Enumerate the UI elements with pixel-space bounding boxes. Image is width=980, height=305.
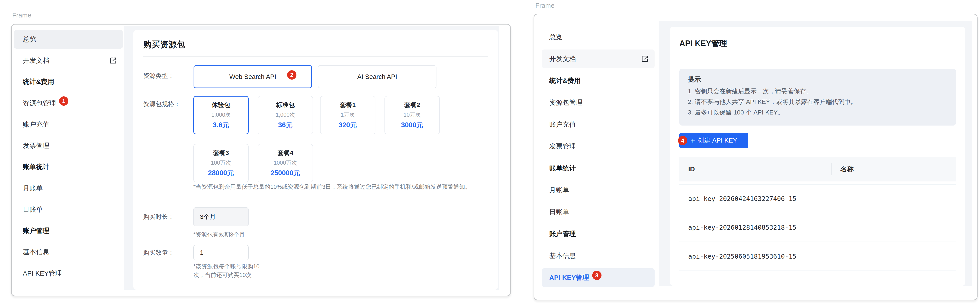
page: Frame 总览 开发文档 统计&费用 资源包管理 1 账户充值 发票管理 账单…: [0, 0, 980, 305]
buy-resource-package-card: 购买资源包 资源类型： Web Search API 2 AI Search A…: [134, 30, 498, 290]
spec-count: 100万次: [211, 159, 231, 167]
spec-card-plan4[interactable]: 套餐4 1000万次 250000元: [258, 144, 313, 182]
spec-name: 套餐1: [340, 101, 356, 109]
duration-note: *资源包有效期3个月: [193, 230, 326, 239]
tips-item-3: 3. 最多可以保留 100 个 API KEY。: [688, 107, 948, 118]
spec-price: 3000元: [401, 121, 423, 130]
sidebar-item-label: 账户充值: [549, 120, 576, 129]
step-badge-1: 1: [59, 96, 68, 106]
sidebar-item-label: 总览: [23, 35, 36, 44]
column-header-name: 名称: [832, 165, 854, 174]
sidebar-item-recharge[interactable]: 账户充值: [14, 115, 123, 134]
spec-count: 1万次: [340, 111, 355, 119]
sidebar-item-basic-info[interactable]: 基本信息: [14, 243, 123, 261]
spec-price: 36元: [278, 121, 293, 130]
spec-warning-note: *当资源包剩余用量低于总量的10%或资源包到期前3日，系统将通过您已绑定的手机和…: [193, 182, 472, 191]
sidebar-item-resource-packages[interactable]: 资源包管理 1: [14, 94, 123, 113]
spec-card-plan3[interactable]: 套餐3 100万次 28000元: [193, 144, 249, 182]
sidebar-item-label: 日账单: [23, 205, 43, 214]
sidebar-item-label: 开发文档: [23, 56, 49, 65]
spec-price: 250000元: [270, 168, 300, 178]
sidebar-item-api-key[interactable]: API KEY管理: [14, 264, 123, 283]
tips-title: 提示: [688, 75, 948, 84]
table-row: api-key-20260424163227406-15: [679, 184, 956, 213]
type-option-ai-search[interactable]: AI Search API: [318, 65, 436, 88]
sidebar-item-daily-bill[interactable]: 日账单: [14, 200, 123, 219]
tips-box: 提示 1. 密钥只会在新建后显示一次，请妥善保存。 2. 请不要与他人共享 AP…: [679, 69, 956, 125]
spec-card-standard[interactable]: 标准包 1,000次 36元: [258, 96, 313, 134]
sidebar-section-account: 账户管理: [14, 221, 123, 240]
api-key-id: api-key-20250605181953610-15: [688, 253, 796, 260]
sidebar-item-monthly-bill[interactable]: 月账单: [14, 179, 123, 198]
spec-count: 1,000次: [276, 111, 295, 119]
sidebar-item-overview[interactable]: 总览: [14, 30, 123, 49]
sidebar-item-recharge[interactable]: 账户充值: [542, 115, 655, 134]
title-divider: [679, 60, 956, 60]
spec-count: 1000万次: [274, 159, 297, 167]
step-badge-2: 2: [287, 70, 296, 79]
duration-select[interactable]: 3个月: [193, 207, 249, 226]
sidebar-item-label: 开发文档: [549, 54, 576, 64]
sidebar-item-invoices[interactable]: 发票管理: [14, 137, 123, 155]
api-key-id: api-key-20260424163227406-15: [688, 195, 796, 202]
spec-price: 28000元: [208, 168, 234, 178]
sidebar-item-label: 总览: [549, 32, 563, 41]
create-api-key-button[interactable]: 4 + 创建 API KEY: [679, 133, 748, 148]
sidebar-item-label: 资源包管理: [549, 98, 582, 107]
spec-name: 套餐3: [213, 149, 229, 157]
spec-card-plan1[interactable]: 套餐1 1万次 320元: [320, 96, 375, 134]
sidebar-item-resource-packages[interactable]: 资源包管理: [542, 93, 655, 112]
frame-right: 总览 开发文档 统计&费用 资源包管理 账户充值 发票管理 账单统计 月账单 日: [534, 14, 978, 300]
spec-price: 3.6元: [213, 121, 229, 130]
sidebar-item-docs[interactable]: 开发文档: [14, 51, 123, 70]
sidebar-section-label: 账单统计: [23, 162, 49, 172]
sidebar-item-monthly-bill[interactable]: 月账单: [542, 181, 655, 199]
sidebar-item-label: 日账单: [549, 208, 569, 217]
type-option-label: AI Search API: [357, 73, 397, 81]
spec-name: 套餐4: [277, 149, 293, 157]
sidebar-section-account: 账户管理: [542, 224, 655, 243]
sidebar-section-label: 统计&费用: [549, 76, 581, 85]
spec-label: 资源包规格：: [143, 95, 180, 113]
sidebar-item-docs[interactable]: 开发文档: [542, 49, 655, 68]
spec-name: 标准包: [276, 101, 295, 109]
sidebar-item-overview[interactable]: 总览: [542, 28, 655, 46]
sidebar-item-label: 资源包管理: [23, 99, 56, 108]
quantity-input[interactable]: 1: [193, 245, 249, 261]
sidebar-section-label: 账户管理: [23, 226, 49, 235]
frame-label-right: Frame: [535, 2, 555, 9]
type-option-web-search[interactable]: Web Search API 2: [194, 65, 312, 88]
spec-card-plan2[interactable]: 套餐2 10万次 3000元: [385, 96, 440, 134]
spec-name: 体验包: [212, 101, 230, 109]
sidebar-section-billing-stats: 账单统计: [542, 159, 655, 178]
external-link-icon: [109, 57, 117, 65]
sidebar-item-invoices[interactable]: 发票管理: [542, 137, 655, 156]
sidebar-item-label: API KEY管理: [549, 273, 589, 282]
type-option-label: Web Search API: [229, 73, 276, 81]
spec-card-trial[interactable]: 体验包 1,000次 3.6元: [193, 96, 249, 134]
sidebar-item-daily-bill[interactable]: 日账单: [542, 203, 655, 221]
spec-price: 320元: [339, 121, 357, 130]
column-header-id: ID: [679, 165, 831, 173]
quantity-label: 购买数量：: [143, 243, 174, 262]
table-row: api-key-20250605181953610-15: [679, 242, 956, 271]
resource-type-label: 资源类型：: [143, 67, 174, 85]
sidebar-item-label: 月账单: [23, 184, 43, 193]
table-row: api-key-20260128140853218-15: [679, 213, 956, 242]
page-title: 购买资源包: [143, 39, 185, 50]
page-title: API KEY管理: [679, 38, 727, 49]
step-badge-4: 4: [678, 136, 687, 145]
sidebar-item-label: 发票管理: [549, 142, 576, 151]
duration-value: 3个月: [200, 213, 216, 221]
spec-count: 1,000次: [211, 111, 231, 119]
tips-item-1: 1. 密钥只会在新建后显示一次，请妥善保存。: [688, 86, 948, 97]
external-link-icon: [641, 55, 649, 63]
table-header: ID 名称: [679, 157, 956, 181]
sidebar-item-basic-info[interactable]: 基本信息: [542, 246, 655, 265]
sidebar-section-stats-fees: 统计&费用: [542, 71, 655, 90]
sidebar-item-label: 发票管理: [23, 141, 49, 150]
tips-item-2: 2. 请不要与他人共享 API KEY，或将其暴露在客户端代码中。: [688, 97, 948, 107]
sidebar-item-label: 账户充值: [23, 120, 49, 129]
sidebar-item-api-key[interactable]: API KEY管理 3: [542, 268, 655, 287]
quantity-value: 1: [200, 249, 204, 256]
